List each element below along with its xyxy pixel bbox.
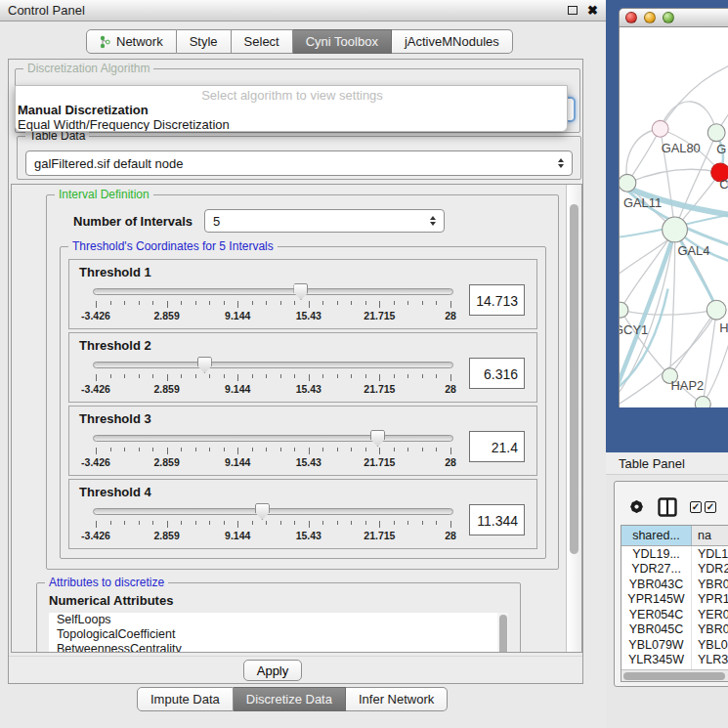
number-of-intervals-combobox[interactable]: 5 <box>204 209 445 233</box>
network-edge[interactable] <box>627 169 720 183</box>
dropdown-options: Manual DiscretizationEqual Width/Frequen… <box>16 103 567 132</box>
tick-mark <box>252 521 253 525</box>
threshold-label: Threshold 3 <box>79 411 536 426</box>
threshold-value-field[interactable]: 11.344 <box>469 504 525 535</box>
attribute-item[interactable]: TopologicalCoefficient <box>49 627 508 642</box>
tick-mark <box>322 448 323 451</box>
network-edge[interactable] <box>627 129 661 184</box>
tick-mark <box>280 521 281 525</box>
zoom-traffic-light-icon[interactable] <box>663 12 674 23</box>
threshold-slider[interactable]: -3.4262.8599.14415.4321.71528 <box>93 280 453 323</box>
close-traffic-light-icon[interactable] <box>625 12 637 23</box>
close-icon[interactable]: ✖ <box>587 6 598 16</box>
tick-mark <box>379 301 380 308</box>
attributes-listbox[interactable]: SelfLoopsTopologicalCoefficientBetweenne… <box>49 613 508 653</box>
checkbox-checked-icon[interactable]: ✓ <box>690 501 702 513</box>
slider-track[interactable] <box>93 288 453 295</box>
tab-select[interactable]: Select <box>232 29 293 54</box>
tab-jactivemnodules[interactable]: jActiveMNodules <box>392 29 513 54</box>
column-header-2[interactable]: na <box>692 526 728 545</box>
network-edge[interactable] <box>670 310 717 375</box>
column-header-1[interactable]: shared... <box>621 526 692 545</box>
slider-thumb[interactable] <box>370 430 385 447</box>
tab-discretize-data[interactable]: Discretize Data <box>234 687 346 711</box>
threshold-list: Threshold 1-3.4262.8599.14415.4321.71528… <box>68 259 537 549</box>
tick-mark <box>450 301 451 308</box>
apply-button[interactable]: Apply <box>243 660 302 681</box>
panel-scrollbar[interactable] <box>566 185 581 652</box>
network-edge-highlighted[interactable] <box>675 230 717 308</box>
table-row[interactable]: YDL19...YDL1 <box>621 546 728 562</box>
slider-thumb[interactable] <box>293 283 308 300</box>
slider-thumb[interactable] <box>197 357 212 373</box>
network-edge[interactable] <box>621 310 716 315</box>
slider-track[interactable] <box>93 435 453 442</box>
network-edge[interactable] <box>661 62 728 128</box>
slider-track[interactable] <box>93 362 453 368</box>
dropdown-option-equal-width-frequency-discretization[interactable]: Equal Width/Frequency Discretization <box>16 117 567 132</box>
checkbox-checked-icon[interactable]: ✓ <box>705 501 716 513</box>
tab-label: Select <box>244 34 279 49</box>
control-panel-window: Control Panel ✖ NetworkStyleSelectCyni T… <box>0 0 606 728</box>
attribute-item[interactable]: SelfLoops <box>49 613 508 627</box>
attributes-scrollbar[interactable] <box>497 613 508 653</box>
network-node[interactable] <box>652 120 668 137</box>
network-node[interactable] <box>619 174 636 192</box>
threshold-slider[interactable]: -3.4262.8599.14415.4321.71528 <box>93 427 453 470</box>
combo-stepper-icon <box>430 216 436 226</box>
table-row[interactable]: YDR27...YDR2 <box>621 562 728 578</box>
threshold-value-field[interactable]: 14.713 <box>469 284 525 316</box>
tick-mark <box>224 448 225 451</box>
network-canvas[interactable]: GAL80GCGAL11GAL4GCY1HHAP2 <box>619 27 728 407</box>
network-node[interactable] <box>707 300 726 320</box>
table-row[interactable]: YBL079WYBL0 <box>621 637 728 653</box>
tick-mark <box>266 448 267 451</box>
minimize-traffic-light-icon[interactable] <box>644 12 656 23</box>
network-node[interactable] <box>707 124 725 142</box>
tab-cyni-toolbox[interactable]: Cyni Toolbox <box>293 29 392 54</box>
slider-tick-labels: -3.4262.8599.14415.4321.71528 <box>96 456 450 468</box>
network-node-label: HAP2 <box>671 378 705 393</box>
tick-mark <box>124 374 125 378</box>
threshold-slider[interactable]: -3.4262.8599.14415.4321.71528 <box>93 354 453 397</box>
gear-icon[interactable] <box>628 498 645 515</box>
tab-style[interactable]: Style <box>177 29 232 54</box>
slider-track[interactable] <box>93 508 453 515</box>
table-cell: YBR0 <box>692 622 728 638</box>
table-data-combobox[interactable]: galFiltered.sif default node <box>25 150 573 176</box>
threshold-value-field[interactable]: 6.316 <box>469 358 525 389</box>
table-cell: YER0 <box>692 607 728 622</box>
table-row[interactable]: YER054CYER0 <box>621 607 728 622</box>
table-row[interactable]: YBR045CYBR0 <box>621 622 728 638</box>
table-hscrollbar-thumb[interactable] <box>623 672 725 680</box>
table-cell: YDR27... <box>621 562 692 578</box>
table-horizontal-scrollbar[interactable] <box>621 669 728 681</box>
attribute-item[interactable]: BetweennessCentrality <box>49 642 508 653</box>
network-node[interactable] <box>663 217 688 242</box>
network-node[interactable] <box>695 396 710 407</box>
threshold-slider[interactable]: -3.4262.8599.14415.4321.71528 <box>93 500 453 543</box>
slider-ticks <box>96 448 450 455</box>
slider-tick-labels: -3.4262.8599.14415.4321.71528 <box>96 530 450 541</box>
tick-mark <box>294 301 295 305</box>
tick-mark <box>280 301 281 305</box>
threshold-value-field[interactable]: 21.4 <box>469 431 525 462</box>
tab-infer-network[interactable]: Infer Network <box>346 687 448 711</box>
network-node[interactable] <box>619 302 628 318</box>
tab-impute-data[interactable]: Impute Data <box>137 687 234 711</box>
panel-scrollbar-thumb[interactable] <box>570 204 578 554</box>
float-window-icon[interactable] <box>568 6 578 15</box>
slider-thumb[interactable] <box>255 503 270 520</box>
show-columns-icon[interactable] <box>658 497 677 517</box>
screen: { "window": { "title": "Control Panel" }… <box>0 0 728 728</box>
dropdown-option-manual-discretization[interactable]: Manual Discretization <box>16 103 567 117</box>
attributes-scrollbar-thumb[interactable] <box>499 615 507 653</box>
tab-network[interactable]: Network <box>86 29 177 54</box>
tick-mark <box>181 521 182 525</box>
table-row[interactable]: YPR145WYPR1 <box>621 592 728 608</box>
table-row[interactable]: YLR345WYLR3 <box>621 653 728 668</box>
table-row[interactable]: YBR043CYBR0 <box>621 577 728 592</box>
tick-label: 28 <box>445 383 456 395</box>
tick-mark <box>209 521 210 525</box>
table-data-group: Table Data galFiltered.sif default node <box>17 136 581 180</box>
